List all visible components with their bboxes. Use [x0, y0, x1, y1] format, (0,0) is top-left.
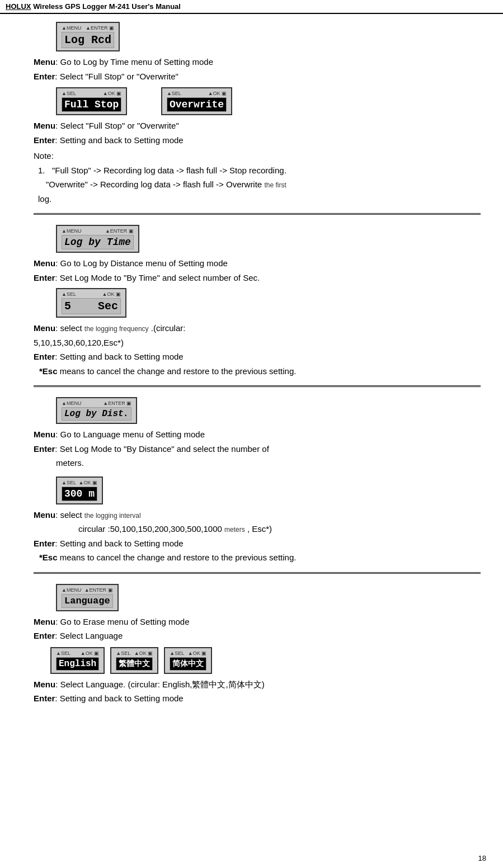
lcd-language-header: ▲MENU▲ENTER ▣ [62, 587, 113, 593]
section-language: ▲MENU▲ENTER ▣ Language Menu: Go to Erase… [34, 582, 481, 705]
esc-label-3: *Esc [39, 553, 58, 562]
enter-text-4: : Select Language [55, 631, 123, 640]
lcd-log-by-time-text: Log by Time [62, 235, 134, 249]
lcd-full-stop: ▲SEL▲OK ▣ Full Stop [56, 87, 127, 115]
lcd-overwrite-text: Overwrite [167, 97, 227, 112]
sub-menu-label-2: Menu [34, 323, 55, 333]
sub-enter-label-4: Enter [34, 694, 55, 703]
lcd-log-rcd-text: Log Rcd [62, 32, 114, 48]
lcd-english: ▲SEL▲OK ▣ English [50, 647, 105, 674]
lcd-log-by-time-header: ▲MENU▲ENTER ▣ [62, 228, 134, 234]
sub-enter-text-2: : Setting and back to Setting mode [55, 352, 183, 361]
enter-label-1: Enter [34, 72, 55, 81]
log-time-sub-menu-line: Menu: select the logging frequency .(cir… [34, 322, 481, 335]
meters-inline: meters [224, 526, 245, 534]
brand-name: HOLUX [6, 2, 31, 11]
log-time-esc-line: *Esc means to cancel the change and rest… [39, 365, 481, 378]
lcd-300m: ▲SEL▲OK ▣ 300 m [56, 477, 103, 504]
lcd-log-by-dist: ▲MENU▲ENTER ▣ Log by Dist. [56, 397, 137, 424]
divider-3 [34, 572, 481, 574]
note-item-1: 1. "Full Stop" -> Recording log data -> … [38, 164, 481, 177]
log-dist-sub-enter-line: Enter: Setting and back to Setting mode [34, 537, 481, 550]
header-subtitle: Wireless GPS Logger M-241 User's Manual [33, 2, 181, 11]
enter-label-2: Enter [34, 273, 55, 282]
page-header: HOLUX Wireless GPS Logger M-241 User's M… [0, 0, 503, 14]
lcd-language: ▲MENU▲ENTER ▣ Language [56, 584, 119, 611]
sub-enter-label-3: Enter [34, 539, 55, 548]
lcd-full-stop-text: Full Stop [62, 97, 121, 112]
lcd-5-sec: ▲SEL▲OK ▣ 5 Sec [56, 288, 126, 318]
menu-label-1: Menu [34, 57, 55, 67]
lcd-log-rcd-header: ▲MENU▲ENTER ▣ [62, 25, 114, 31]
lcd-chinese-trad: ▲SEL▲OK ▣ 繁體中文 [110, 647, 158, 674]
log-time-sub-enter-line: Enter: Setting and back to Setting mode [34, 351, 481, 364]
lcd-english-header: ▲SEL▲OK ▣ [56, 650, 99, 656]
esc-text-2: means to cancel the change and restore t… [58, 366, 297, 376]
lcd-log-by-dist-header: ▲MENU▲ENTER ▣ [62, 400, 131, 406]
menu-label-2: Menu [34, 258, 55, 268]
lcd-chinese-simp: ▲SEL▲OK ▣ 简体中文 [164, 647, 212, 674]
menu-label-3: Menu [34, 430, 55, 439]
enter-text-1: : Select "Full Stop" or "Overwrite" [55, 72, 178, 81]
sub-enter-text-3: : Setting and back to Setting mode [55, 539, 183, 548]
section-log-by-dist: ▲MENU▲ENTER ▣ Log by Dist. Menu: Go to L… [34, 395, 481, 564]
log-dist-enter-line: Enter: Set Log Mode to "By Distance" and… [34, 443, 481, 456]
lcd-chinese-trad-header: ▲SEL▲OK ▣ [116, 650, 153, 656]
enter-text-3: : Set Log Mode to "By Distance" and sele… [55, 444, 269, 454]
lcd-chinese-trad-text: 繁體中文 [116, 657, 153, 671]
lcd-full-stop-header: ▲SEL▲OK ▣ [62, 91, 121, 96]
lcd-300m-text: 300 m [62, 487, 97, 501]
menu-text-2: : Go to Log by Distance menu of Setting … [55, 258, 228, 268]
main-content: ▲MENU▲ENTER ▣ Log Rcd Menu: Go to Log by… [0, 14, 503, 722]
lcd-english-text: English [56, 657, 99, 671]
lcd-300m-header: ▲SEL▲OK ▣ [62, 480, 97, 485]
enter-label-4: Enter [34, 631, 55, 640]
lang-menu-line: Menu: Go to Erase menu of Setting mode [34, 616, 481, 629]
sub-enter-text-4: : Setting and back to Setting mode [55, 694, 183, 703]
sub-enter-label-2: Enter [34, 352, 55, 361]
logging-interval-inline: the logging interval [84, 512, 141, 520]
esc-text-3: means to cancel the change and restore t… [58, 553, 297, 562]
sub-menu-text-1: : Select "Full Stop" or "Overwrite" [55, 121, 179, 130]
log-dist-esc-line: *Esc means to cancel the change and rest… [39, 551, 481, 564]
log-rcd-sub-enter-line: Enter: Setting and back to Setting mode [34, 134, 481, 147]
enter-text-2: : Set Log Mode to "By Time" and select n… [55, 273, 260, 282]
header-title: HOLUX Wireless GPS Logger M-241 User's M… [6, 2, 181, 11]
log-time-menu-line: Menu: Go to Log by Distance menu of Sett… [34, 257, 481, 270]
sub-menu-text-4: : Select Language. (circular: English,繁體… [55, 680, 264, 689]
section-log-by-time: ▲MENU▲ENTER ▣ Log by Time Menu: Go to Lo… [34, 223, 481, 378]
lcd-5-sec-text: 5 Sec [62, 298, 121, 314]
overwrite-inline: the first [264, 181, 286, 189]
log-rcd-sub-menu-line: Menu: Select "Full Stop" or "Overwrite" [34, 120, 481, 133]
lcd-overwrite-header: ▲SEL▲OK ▣ [167, 91, 227, 96]
menu-label-4: Menu [34, 617, 55, 626]
esc-label-2: *Esc [39, 366, 58, 376]
lcd-language-text: Language [62, 594, 113, 608]
note-block-1: Note: 1. "Full Stop" -> Recording log da… [34, 150, 481, 205]
sub-menu-label-3: Menu [34, 510, 55, 520]
lcd-5-sec-header: ▲SEL▲OK ▣ [62, 291, 121, 297]
log-dist-circular: circular :50,100,150,200,300,500,1000 me… [78, 523, 481, 536]
note-item-2-cont: log. [38, 193, 481, 206]
log-rcd-menu-line: Menu: Go to Log by Time menu of Setting … [34, 56, 481, 69]
log-dist-meters-cont: meters. [56, 457, 481, 470]
sub-menu-label-1: Menu [34, 121, 55, 130]
lcd-log-by-time: ▲MENU▲ENTER ▣ Log by Time [56, 225, 139, 253]
divider-1 [34, 213, 481, 215]
lang-sub-enter-line: Enter: Setting and back to Setting mode [34, 692, 481, 705]
enter-label-3: Enter [34, 444, 55, 454]
sub-enter-label-1: Enter [34, 135, 55, 145]
spacer [136, 95, 152, 108]
note-item-2: "Overwrite" -> Recording log data -> fla… [46, 178, 481, 191]
sub-menu-label-4: Menu [34, 680, 55, 689]
menu-text-3: : Go to Language menu of Setting mode [55, 430, 205, 439]
log-time-circular: 5,10,15,30,60,120,Esc*) [34, 337, 481, 350]
lang-enter-line: Enter: Select Language [34, 630, 481, 643]
log-time-enter-line: Enter: Set Log Mode to "By Time" and sel… [34, 272, 481, 285]
lcd-log-by-dist-text: Log by Dist. [62, 407, 131, 421]
section-log-rcd: ▲MENU▲ENTER ▣ Log Rcd Menu: Go to Log by… [34, 20, 481, 205]
lcd-log-rcd: ▲MENU▲ENTER ▣ Log Rcd [56, 22, 120, 51]
lang-sub-menu-line: Menu: Select Language. (circular: Englis… [34, 678, 481, 691]
menu-text-4: : Go to Erase menu of Setting mode [55, 617, 189, 626]
note-title-1: Note: [34, 150, 481, 163]
